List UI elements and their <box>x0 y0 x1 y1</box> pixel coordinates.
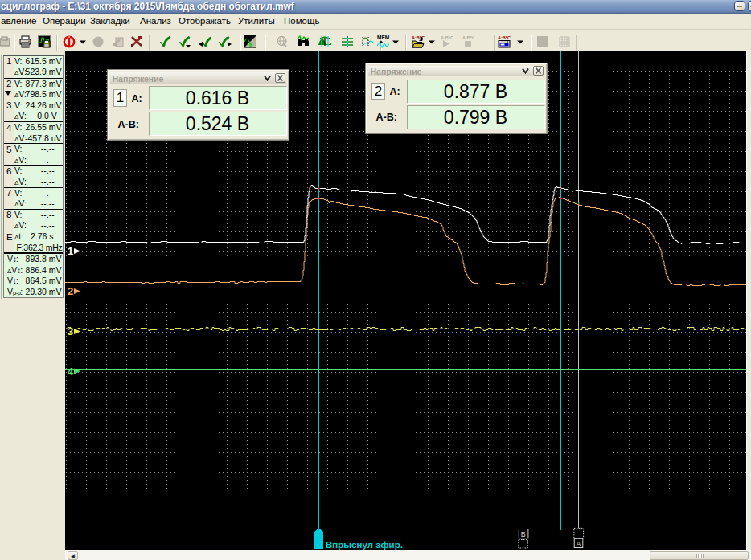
svg-text:1: 1 <box>68 245 73 257</box>
svg-text:4: 4 <box>68 366 74 378</box>
svg-text:Впрыснул эфир.: Впрыснул эфир. <box>326 540 403 550</box>
svg-text:A:B*C: A:B*C <box>462 35 474 40</box>
svg-text:3: 3 <box>68 325 73 337</box>
svg-text:A: A <box>576 540 581 548</box>
svg-text:B: B <box>521 530 526 538</box>
svg-text:A:B*C: A:B*C <box>441 35 453 40</box>
svg-text:A:B*C: A:B*C <box>498 35 511 40</box>
svg-text:2: 2 <box>68 285 73 297</box>
